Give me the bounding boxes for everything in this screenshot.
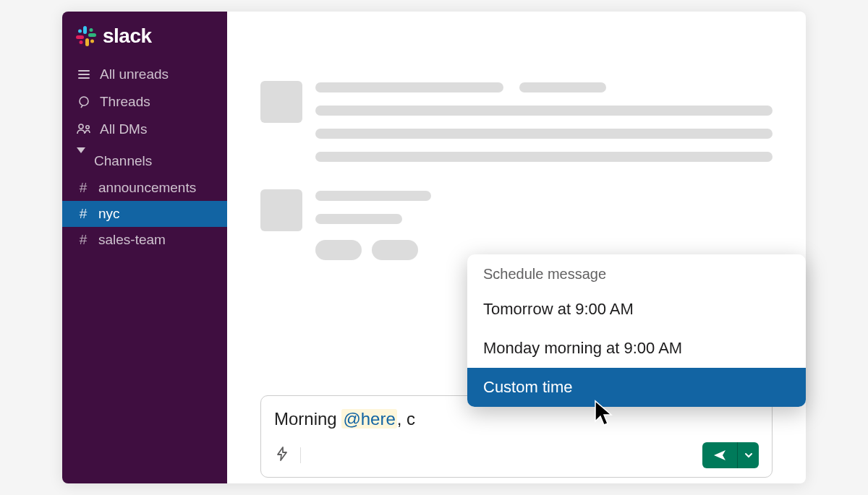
message-item (260, 189, 773, 260)
channel-name: announcements (98, 180, 196, 196)
send-options-button[interactable] (737, 442, 759, 468)
nav-threads[interactable]: Threads (62, 88, 227, 116)
divider (300, 447, 301, 463)
logo: slack (62, 25, 227, 61)
svg-rect-1 (88, 33, 96, 37)
hash-icon: # (77, 232, 90, 248)
placeholder (315, 82, 503, 92)
placeholder (372, 240, 418, 260)
channel-name: nyc (98, 206, 120, 222)
svg-rect-2 (85, 38, 89, 46)
svg-point-7 (80, 40, 83, 44)
placeholder (519, 82, 606, 92)
composer-toolbar (274, 442, 759, 468)
placeholder (315, 106, 773, 116)
channel-nyc[interactable]: # nyc (62, 201, 227, 227)
composer-text[interactable]: Morning @here, c (274, 409, 759, 429)
schedule-message-menu: Schedule message Tomorrow at 9:00 AM Mon… (467, 254, 806, 407)
cursor-pointer-icon (593, 400, 616, 431)
app-frame: slack All unreads Threads (62, 12, 806, 483)
schedule-option-tomorrow[interactable]: Tomorrow at 9:00 AM (467, 290, 806, 329)
svg-point-11 (80, 97, 88, 106)
svg-point-6 (90, 40, 94, 43)
nav-all-dms[interactable]: All DMs (62, 116, 227, 143)
placeholder (315, 129, 773, 139)
channels-header-label: Channels (94, 153, 152, 169)
threads-icon (77, 95, 91, 109)
slack-logo-icon (75, 25, 97, 47)
svg-point-4 (78, 30, 82, 33)
dms-icon (77, 122, 91, 137)
nav-label: Threads (100, 94, 150, 110)
channel-name: sales-team (98, 232, 166, 248)
caret-down-icon (77, 153, 85, 169)
svg-rect-3 (76, 35, 84, 39)
message-list (227, 12, 806, 260)
message-body (315, 81, 773, 162)
sidebar: slack All unreads Threads (62, 12, 227, 483)
nav-label: All unreads (100, 66, 169, 82)
hash-icon: # (77, 180, 90, 196)
hash-icon: # (77, 206, 90, 222)
send-button[interactable] (702, 442, 737, 468)
list-icon (77, 67, 91, 82)
send-button-group (702, 442, 759, 468)
placeholder (315, 240, 362, 260)
nav-all-unreads[interactable]: All unreads (62, 61, 227, 88)
message-composer[interactable]: Morning @here, c (260, 395, 773, 478)
composer-text-prefix: Morning (274, 409, 341, 429)
svg-point-12 (79, 124, 83, 129)
shortcuts-icon[interactable] (274, 446, 290, 465)
composer-text-suffix: , c (397, 409, 415, 429)
schedule-option-custom[interactable]: Custom time (467, 368, 806, 407)
avatar (260, 81, 302, 123)
mention-here[interactable]: @here (341, 409, 396, 429)
placeholder (315, 152, 773, 162)
svg-rect-0 (83, 26, 87, 34)
brand-name: slack (103, 25, 152, 48)
schedule-menu-title: Schedule message (467, 254, 806, 290)
nav-label: All DMs (100, 121, 147, 137)
channels-section-header[interactable]: Channels (62, 143, 227, 175)
schedule-option-monday[interactable]: Monday morning at 9:00 AM (467, 329, 806, 368)
message-body (315, 189, 773, 260)
main-panel: Schedule message Tomorrow at 9:00 AM Mon… (227, 12, 806, 483)
svg-point-5 (90, 28, 93, 32)
message-item (260, 81, 773, 162)
placeholder (315, 191, 431, 201)
avatar (260, 189, 302, 231)
channel-announcements[interactable]: # announcements (62, 175, 227, 201)
placeholder (315, 214, 402, 224)
svg-point-13 (86, 126, 89, 129)
channel-sales-team[interactable]: # sales-team (62, 227, 227, 253)
